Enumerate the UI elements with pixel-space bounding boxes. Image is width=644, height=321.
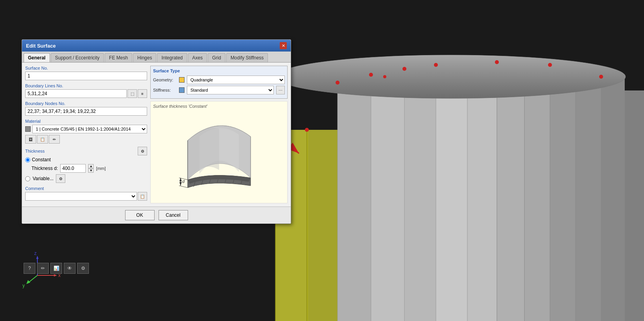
tab-modify-stiffness[interactable]: Modify Stiffness: [226, 53, 268, 62]
surface-type-box: Surface Type Geometry: Quadrangle Stiffn…: [150, 66, 288, 99]
svg-line-59: [179, 186, 188, 188]
surface-no-label: Surface No.: [25, 66, 147, 70]
svg-rect-6: [404, 69, 436, 321]
thickness-label: Thickness: [25, 149, 45, 153]
thickness-preview-box: Surface thickness 'Constant': [150, 101, 288, 203]
thickness-d-label: Thickness d:: [31, 166, 58, 171]
boundary-lines-label: Boundary Lines No.: [25, 83, 147, 88]
tab-hinges[interactable]: Hinges: [133, 53, 156, 62]
boundary-nodes-label: Boundary Nodes No.: [25, 101, 147, 106]
thickness-section: Thickness ⚙ Constant Thickness d: ▲ ▼: [25, 147, 147, 183]
edit-surface-dialog: Edit Surface ✕ General Support / Eccentr…: [22, 39, 291, 224]
material-select[interactable]: 1 | Concrete C35/45 | EN 1992-1-1:2004/A…: [32, 125, 147, 133]
stiffness-row: Stiffness: Standard ⋯: [153, 86, 285, 94]
tab-fe-mesh[interactable]: FE Mesh: [105, 53, 132, 62]
spin-up-btn[interactable]: ▲: [88, 164, 94, 168]
surface-preview-svg: d: [172, 117, 266, 196]
stiffness-settings-btn[interactable]: ⋯: [276, 86, 285, 94]
svg-text:y: y: [22, 283, 25, 288]
ok-button[interactable]: OK: [125, 210, 155, 220]
material-copy-btn[interactable]: 📋: [37, 135, 48, 144]
svg-rect-13: [601, 77, 625, 321]
svg-rect-12: [576, 69, 601, 321]
boundary-lines-row: ⬚ ≡: [25, 89, 147, 98]
tab-axes[interactable]: Axes: [188, 53, 207, 62]
spinner: ▲ ▼: [88, 164, 94, 173]
svg-rect-10: [524, 63, 550, 321]
material-group: Material 1 | Concrete C35/45 | EN 1992-1…: [25, 119, 147, 144]
svg-point-35: [495, 60, 499, 64]
tab-integrated[interactable]: Integrated: [157, 53, 187, 62]
geometry-select[interactable]: Quadrangle: [187, 76, 285, 84]
toolbar-settings-btn[interactable]: ⚙: [77, 263, 89, 274]
toolbar-edit-btn[interactable]: ✏: [37, 263, 49, 274]
dialog-titlebar: Edit Surface ✕: [22, 40, 291, 52]
comment-section: Comment 📋: [25, 186, 147, 201]
stiffness-swatch: [179, 87, 185, 93]
boundary-nodes-input[interactable]: [25, 107, 147, 116]
stiffness-label: Stiffness:: [153, 88, 177, 92]
thickness-unit: [mm]: [96, 166, 105, 171]
material-swatch: [25, 126, 31, 132]
variable-row: Variable... ⚙: [25, 174, 147, 183]
comment-label: Comment: [25, 186, 147, 191]
boundary-nodes-group: Boundary Nodes No.: [25, 101, 147, 116]
toolbar-help-btn[interactable]: ?: [24, 263, 35, 274]
svg-rect-7: [436, 65, 467, 321]
toolbar-table-btn[interactable]: 📊: [50, 263, 62, 274]
toolbar-view-btn[interactable]: 👁: [64, 263, 76, 274]
boundary-lines-list-btn[interactable]: ≡: [138, 89, 147, 98]
tab-grid[interactable]: Grid: [208, 53, 225, 62]
right-panel: Surface Type Geometry: Quadrangle Stiffn…: [150, 66, 288, 203]
thickness-spinner: ▲ ▼: [88, 164, 94, 173]
thickness-settings-btn[interactable]: ⚙: [138, 147, 147, 155]
material-icons-row: 🖼 📋 ✏: [25, 135, 147, 144]
svg-point-31: [336, 81, 340, 85]
svg-point-34: [434, 63, 438, 67]
geometry-label: Geometry:: [153, 77, 177, 82]
constant-radio-row: Constant: [25, 157, 147, 162]
material-browse-btn[interactable]: 🖼: [25, 135, 36, 144]
stiffness-select[interactable]: Standard: [187, 86, 274, 94]
dialog-title: Edit Surface: [26, 43, 56, 49]
variable-radio[interactable]: [25, 176, 30, 181]
close-button[interactable]: ✕: [280, 42, 287, 49]
svg-point-33: [402, 67, 406, 71]
svg-point-30: [305, 128, 309, 132]
svg-point-28: [275, 55, 626, 98]
boundary-lines-pick-btn[interactable]: ⬚: [127, 89, 137, 98]
comment-input[interactable]: [25, 192, 137, 201]
svg-rect-8: [467, 63, 497, 321]
svg-point-36: [548, 63, 552, 67]
svg-rect-11: [550, 65, 576, 321]
thickness-d-input[interactable]: [60, 164, 86, 173]
surface-no-group: Surface No.: [25, 66, 147, 80]
variable-settings-btn[interactable]: ⚙: [56, 174, 65, 183]
svg-point-32: [369, 73, 373, 77]
svg-text:z: z: [34, 251, 37, 256]
svg-rect-3: [308, 130, 338, 321]
svg-rect-14: [625, 90, 644, 321]
dialog-body: Surface No. Boundary Lines No. ⬚ ≡ Bound…: [22, 63, 291, 207]
spin-down-btn[interactable]: ▼: [88, 168, 94, 173]
thickness-d-row: Thickness d: ▲ ▼ [mm]: [31, 164, 147, 173]
geometry-swatch: [179, 77, 185, 83]
tab-general[interactable]: General: [24, 53, 50, 62]
svg-rect-9: [497, 62, 524, 321]
material-edit-btn[interactable]: ✏: [49, 135, 60, 144]
material-row: 1 | Concrete C35/45 | EN 1992-1-1:2004/A…: [25, 125, 147, 133]
dialog-tabs: General Support / Eccentricity FE Mesh H…: [22, 52, 291, 63]
material-label: Material: [25, 119, 147, 124]
cancel-button[interactable]: Cancel: [159, 210, 188, 220]
geometry-row: Geometry: Quadrangle: [153, 76, 285, 84]
boundary-lines-input[interactable]: [25, 89, 127, 98]
surface-no-input[interactable]: [25, 72, 147, 80]
svg-text:d: d: [182, 179, 185, 184]
constant-radio[interactable]: [25, 157, 30, 162]
tab-support[interactable]: Support / Eccentricity: [51, 53, 104, 62]
surface-type-title: Surface Type: [153, 68, 285, 73]
comment-browse-btn[interactable]: 📋: [138, 192, 147, 201]
svg-rect-4: [338, 83, 371, 321]
bottom-toolbar: ? ✏ 📊 👁 ⚙: [24, 263, 89, 274]
variable-label: Variable...: [33, 176, 54, 181]
